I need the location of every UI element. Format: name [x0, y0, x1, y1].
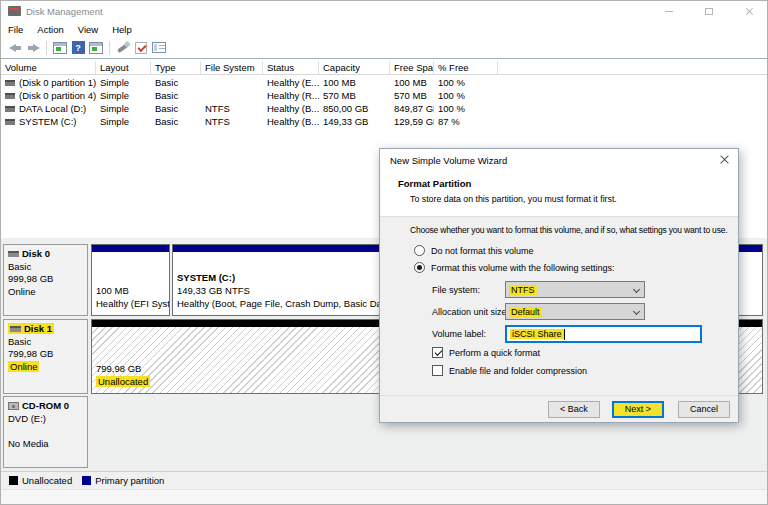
radio-format-volume[interactable]: Format this volume with the following se…	[414, 262, 615, 273]
menu-view[interactable]: View	[78, 24, 98, 35]
volume-icon	[5, 93, 15, 99]
column-header-layout[interactable]: Layout	[96, 61, 151, 74]
cell-volume: (Disk 0 partition 4)	[19, 90, 96, 101]
menu-action[interactable]: Action	[37, 24, 63, 35]
cell-pct-free: 100 %	[434, 76, 498, 89]
disk-management-window: Disk Management File Action View Help ? …	[0, 0, 768, 505]
quick-format-label: Perform a quick format	[449, 348, 540, 358]
volume-icon	[5, 80, 15, 86]
cancel-wizard-button[interactable]: Cancel	[678, 401, 730, 418]
radio-do-not-format[interactable]: Do not format this volume	[414, 245, 534, 256]
cell-type: Basic	[151, 115, 201, 128]
column-header-status[interactable]: Status	[263, 61, 319, 74]
cell-free-space: 100 MB	[390, 76, 434, 89]
radio-selected-icon	[414, 262, 425, 273]
properties-icon	[152, 42, 166, 53]
unallocated-label: Unallocated	[96, 376, 150, 387]
radio-do-not-format-label: Do not format this volume	[431, 246, 534, 256]
forward-button[interactable]	[24, 39, 42, 56]
volume-label-input[interactable]: iSCSI Share	[505, 325, 702, 343]
cdrom-icon	[8, 402, 19, 410]
column-header-capacity[interactable]: Capacity	[319, 61, 390, 74]
compression-checkbox-row[interactable]: Enable file and folder compression	[432, 365, 587, 376]
menu-bar: File Action View Help	[1, 21, 768, 37]
cell-type: Basic	[151, 76, 201, 89]
volume-icon	[5, 119, 15, 125]
checkbox-unchecked-icon	[432, 365, 443, 376]
show-action-pane-button[interactable]	[87, 39, 105, 56]
checkbox-checked-icon	[432, 347, 443, 358]
allocation-unit-label: Allocation unit size:	[432, 307, 509, 317]
column-header-volume[interactable]: Volume	[1, 61, 96, 74]
cell-pct-free: 100 %	[434, 102, 498, 115]
cdrom-label-box[interactable]: CD-ROM 0 DVD (E:) No Media	[3, 396, 88, 468]
disk0-name: Disk 0	[22, 248, 50, 261]
cell-layout: Simple	[96, 89, 151, 102]
refresh-button[interactable]	[114, 39, 132, 56]
cell-status: Healthy (B...	[263, 115, 319, 128]
partition-color-bar	[92, 245, 169, 252]
cell-file-system	[201, 76, 263, 89]
menu-help[interactable]: Help	[112, 24, 132, 35]
dialog-close-icon[interactable]	[719, 154, 730, 165]
dialog-title-bar: New Simple Volume Wizard	[380, 149, 738, 171]
legend-unallocated-label: Unallocated	[22, 475, 72, 486]
next-wizard-button[interactable]: Next >	[612, 401, 664, 418]
partition-size: 100 MB	[96, 284, 170, 297]
cell-free-space: 849,87 GB	[390, 102, 434, 115]
close-button[interactable]	[729, 1, 768, 21]
radio-format-label: Format this volume with the following se…	[431, 263, 615, 273]
show-console-tree-button[interactable]	[51, 39, 69, 56]
chevron-down-icon	[633, 308, 640, 315]
cell-status: Healthy (B...	[263, 102, 319, 115]
cell-layout: Simple	[96, 115, 151, 128]
column-header-file-system[interactable]: File System	[201, 61, 263, 74]
file-system-label: File system:	[432, 285, 480, 295]
file-system-dropdown[interactable]: NTFS	[505, 281, 645, 298]
legend-bar: Unallocated Primary partition	[1, 471, 768, 489]
help-button[interactable]: ?	[69, 39, 87, 56]
unallocated-size: 799,98 GB	[96, 362, 150, 375]
disk0-status: Online	[8, 286, 83, 299]
back-button[interactable]	[6, 39, 24, 56]
legend-unallocated: Unallocated	[9, 475, 72, 486]
volume-row-system-c[interactable]: SYSTEM (C:) Simple Basic NTFS Healthy (B…	[1, 115, 768, 128]
menu-file[interactable]: File	[8, 24, 23, 35]
column-header-type[interactable]: Type	[151, 61, 201, 74]
new-simple-volume-wizard-dialog: New Simple Volume Wizard Format Partitio…	[379, 148, 739, 423]
disk-icon	[8, 251, 19, 257]
check-disk-button[interactable]	[132, 39, 150, 56]
volume-label-value: iSCSI Share	[510, 329, 564, 339]
cell-type: Basic	[151, 89, 201, 102]
quick-format-checkbox-row[interactable]: Perform a quick format	[432, 347, 540, 358]
maximize-button[interactable]	[689, 1, 729, 21]
volume-row-data-local[interactable]: DATA Local (D:) Simple Basic NTFS Health…	[1, 102, 768, 115]
cell-volume: DATA Local (D:)	[19, 103, 86, 114]
cell-layout: Simple	[96, 76, 151, 89]
cell-layout: Simple	[96, 102, 151, 115]
disk1-type: Basic	[8, 336, 83, 349]
disk1-label-box[interactable]: Disk 1 Basic 799,98 GB Online	[3, 319, 88, 394]
disk0-label-box[interactable]: Disk 0 Basic 999,98 GB Online	[3, 244, 88, 316]
disk1-size: 799,98 GB	[8, 348, 83, 361]
cell-status: Healthy (E...	[263, 76, 319, 89]
column-header-pct-free[interactable]: % Free	[434, 61, 498, 74]
help-icon: ?	[72, 41, 85, 54]
volume-row-disk0-partition4[interactable]: (Disk 0 partition 4) Simple Basic Health…	[1, 89, 768, 102]
cell-capacity: 850,00 GB	[319, 102, 390, 115]
minimize-button[interactable]	[649, 1, 689, 21]
allocation-unit-value: Default	[509, 307, 542, 317]
volume-table-header: Volume Layout Type File System Status Ca…	[1, 61, 768, 75]
back-wizard-button[interactable]: < Back	[548, 401, 600, 418]
red-check-icon	[135, 42, 147, 54]
properties-button[interactable]	[150, 39, 168, 56]
forward-arrow-icon	[27, 44, 40, 52]
allocation-unit-dropdown[interactable]: Default	[505, 303, 645, 320]
column-header-free-space[interactable]: Free Spa...	[390, 61, 434, 74]
cell-capacity: 570 MB	[319, 89, 390, 102]
volume-row-disk0-partition1[interactable]: (Disk 0 partition 1) Simple Basic Health…	[1, 76, 768, 89]
cell-free-space: 129,59 GB	[390, 115, 434, 128]
unallocated-swatch	[9, 476, 18, 485]
disk0-partition-efi[interactable]: 100 MB Healthy (EFI System	[91, 244, 170, 316]
chevron-down-icon	[633, 286, 640, 293]
